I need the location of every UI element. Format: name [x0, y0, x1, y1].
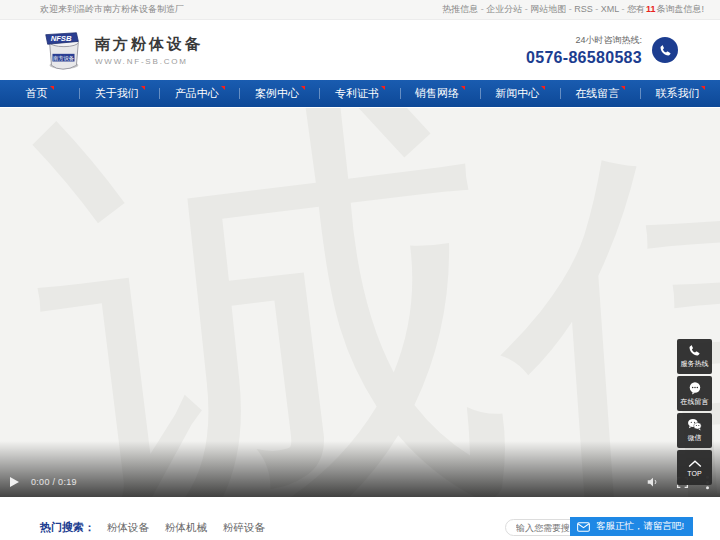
topbar-link-branch-sites[interactable]: 企业分站: [486, 4, 522, 14]
hot-corner-icon: [541, 86, 545, 90]
calligraphy-watermark: 诚: [13, 108, 537, 497]
hot-corner-icon: [301, 86, 305, 90]
inquiry-message-link[interactable]: 您有11条询盘信息!: [627, 4, 704, 14]
nav-label: 产品中心: [175, 86, 219, 101]
video-time: 0:00 / 0:19: [31, 477, 77, 487]
nav-item-sales-network[interactable]: 销售网络: [401, 80, 480, 107]
hotline-number: 0576-86580583: [526, 49, 642, 67]
video-controls-bar: 0:00 / 0:19: [10, 471, 710, 493]
wechat-icon: [687, 418, 702, 431]
play-icon[interactable]: [10, 477, 19, 487]
company-logo-icon: NFSB 南方设备: [40, 27, 86, 73]
video-player[interactable]: 诚 信 0:00 / 0:19: [0, 108, 720, 497]
floating-toolbar: 服务热线 在线留言 微信 TOP: [677, 339, 712, 485]
topbar-link-hot-info[interactable]: 热推信息: [442, 4, 478, 14]
envelope-icon: [577, 522, 590, 532]
nav-label: 专利证书: [335, 86, 379, 101]
inquiry-count: 11: [645, 4, 657, 14]
chat-icon: [688, 381, 702, 395]
inquiry-suffix: 条询盘信息!: [656, 4, 704, 14]
nav-label: 案例中心: [255, 86, 299, 101]
svg-text:南方设备: 南方设备: [53, 55, 75, 62]
nav-item-products[interactable]: 产品中心: [160, 80, 239, 107]
hotline-label: 24小时咨询热线:: [526, 34, 642, 47]
site-header: NFSB 南方设备 南方粉体设备 WWW.NF-SB.COM 24小时咨询热线:…: [0, 20, 720, 80]
topbar-separator: -: [619, 4, 627, 14]
float-button-label: 微信: [688, 433, 702, 443]
hot-corner-icon: [50, 86, 54, 90]
brand-text: 南方粉体设备 WWW.NF-SB.COM: [95, 35, 203, 66]
nav-label: 在线留言: [575, 86, 619, 101]
nav-item-message[interactable]: 在线留言: [561, 80, 640, 107]
hot-corner-icon: [701, 86, 705, 90]
nav-label: 新闻中心: [495, 86, 539, 101]
nav-label: 销售网络: [415, 86, 459, 101]
phone-icon: [688, 344, 701, 357]
nav-item-home[interactable]: 首页: [0, 80, 79, 107]
hot-search-link-powder-machinery[interactable]: 粉体机械: [165, 521, 207, 535]
float-button-label: 在线留言: [681, 397, 709, 407]
main-nav: 首页 关于我们 产品中心 案例中心 专利证书 销售网络 新闻中心 在线留言 联系…: [0, 80, 720, 107]
hot-search-label: 热门搜索：: [40, 520, 95, 535]
hot-corner-icon: [621, 86, 625, 90]
float-button-label: TOP: [687, 470, 701, 477]
hotline-block: 24小时咨询热线: 0576-86580583: [526, 34, 642, 67]
hot-corner-icon: [221, 86, 225, 90]
svg-text:NFSB: NFSB: [51, 34, 72, 43]
nav-label: 首页: [26, 86, 48, 101]
topbar-link-sitemap[interactable]: 网站地图: [530, 4, 566, 14]
online-message-button[interactable]: 在线留言: [677, 376, 712, 411]
float-button-label: 服务热线: [681, 359, 709, 369]
nav-item-contact[interactable]: 联系我们: [641, 80, 720, 107]
topbar-links: 热推信息 - 企业分站 - 网站地图 - RSS - XML - 您有11条询盘…: [442, 3, 704, 16]
hot-search-bar: 热门搜索： 粉体设备 粉体机械 粉碎设备: [40, 520, 281, 535]
nav-item-news[interactable]: 新闻中心: [481, 80, 560, 107]
nav-label: 联系我们: [655, 86, 699, 101]
mute-icon[interactable]: [646, 475, 660, 489]
topbar-link-xml[interactable]: XML: [601, 4, 619, 14]
inquiry-prefix: 您有: [627, 4, 645, 14]
chevron-up-icon: [688, 459, 702, 468]
customer-service-prompt[interactable]: 客服正忙，请留言吧!: [570, 517, 693, 536]
customer-service-prompt-text: 客服正忙，请留言吧!: [596, 520, 684, 533]
back-to-top-button[interactable]: TOP: [677, 450, 712, 485]
company-name: 南方粉体设备: [95, 35, 203, 54]
bottom-strip: 热门搜索： 粉体设备 粉体机械 粉碎设备 客服正忙，请留言吧!: [0, 497, 720, 540]
welcome-text: 欢迎来到温岭市南方粉体设备制造厂: [40, 3, 184, 16]
wechat-button[interactable]: 微信: [677, 413, 712, 448]
service-hotline-button[interactable]: 服务热线: [677, 339, 712, 374]
hot-corner-icon: [381, 86, 385, 90]
hot-corner-icon: [141, 86, 145, 90]
phone-icon[interactable]: [652, 37, 678, 63]
nav-item-cases[interactable]: 案例中心: [240, 80, 319, 107]
topbar: 欢迎来到温岭市南方粉体设备制造厂 热推信息 - 企业分站 - 网站地图 - RS…: [0, 0, 720, 20]
nav-item-about[interactable]: 关于我们: [80, 80, 159, 107]
nav-item-patents[interactable]: 专利证书: [320, 80, 399, 107]
nav-label: 关于我们: [95, 86, 139, 101]
hot-search-link-crushing-equipment[interactable]: 粉碎设备: [223, 521, 265, 535]
hot-corner-icon: [461, 86, 465, 90]
company-website: WWW.NF-SB.COM: [95, 57, 203, 66]
topbar-separator: -: [593, 4, 601, 14]
topbar-link-rss[interactable]: RSS: [574, 4, 593, 14]
hot-search-link-powder-equipment[interactable]: 粉体设备: [107, 521, 149, 535]
